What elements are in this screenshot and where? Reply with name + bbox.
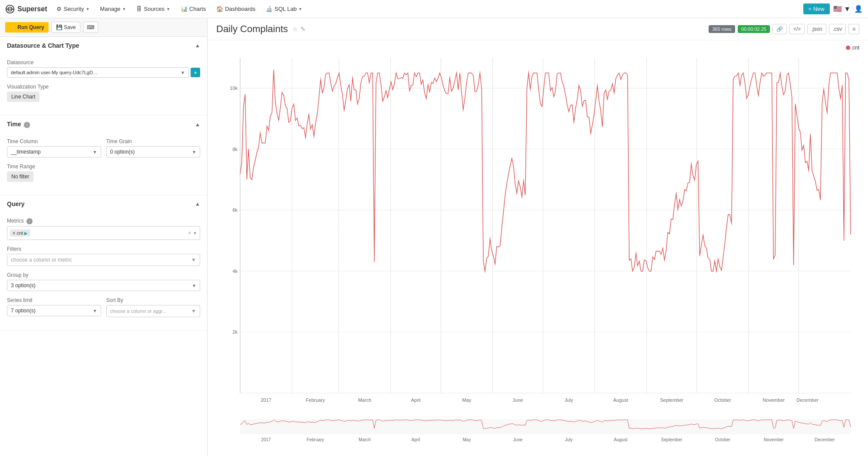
time-section-header[interactable]: Time i ▲ <box>0 115 207 133</box>
code-button[interactable]: </> <box>789 24 805 34</box>
groupby-caret-icon: ▼ <box>192 283 196 288</box>
more-button[interactable]: ≡ <box>848 24 859 34</box>
security-caret-icon: ▼ <box>86 7 89 11</box>
chart-header-right: 365 rows 00:00:02.25 🔗 </> .json .csv ≡ <box>709 24 859 34</box>
metrics-clear-icon[interactable]: × <box>188 230 191 236</box>
link-button[interactable]: 🔗 <box>772 24 787 34</box>
sort-by-placeholder: choose a column or aggr... <box>110 308 167 314</box>
nav-sqllab[interactable]: 🔬 SQL Lab ▼ <box>261 0 307 18</box>
time-grain-label: Time Grain <box>106 138 201 144</box>
viz-type-field: Visualization Type Line Chart <box>7 84 200 102</box>
chart-container: cnt <box>208 40 868 456</box>
datasource-section-header[interactable]: Datasource & Chart Type ▲ <box>0 37 207 54</box>
time-grain-field: Time Grain 0 option(s) ▼ <box>106 138 201 157</box>
time-range-button[interactable]: No filter <box>7 171 33 182</box>
time-column-caret-icon: ▼ <box>93 150 97 154</box>
tag-label: cnt <box>17 230 23 236</box>
mini-chart-canvas <box>216 417 859 447</box>
viz-type-button[interactable]: Line Chart <box>7 92 40 102</box>
nav-charts[interactable]: 📊 Charts <box>176 0 210 18</box>
series-limit-select[interactable]: 7 option(s) ▼ <box>7 305 101 316</box>
time-column-grain-row: Time Column __timestamp ▼ Time Grain 0 o… <box>7 138 200 164</box>
time-section-body: Time Column __timestamp ▼ Time Grain 0 o… <box>0 133 207 195</box>
datasource-section: Datasource & Chart Type ▲ Datasource def… <box>0 37 207 115</box>
filters-label: Filters <box>7 246 200 252</box>
nav-manage[interactable]: Manage ▼ <box>96 0 130 18</box>
datasource-section-body: Datasource default.admin user-My query-U… <box>0 54 207 115</box>
datasource-value: default.admin user-My query-Udc7LgDO- <box>11 70 98 75</box>
nav-sources-label: Sources <box>144 6 165 12</box>
time-range-label: Time Range <box>7 164 200 170</box>
chart-title: Daily Complaints <box>216 23 288 35</box>
star-icon[interactable]: ☆ <box>292 26 298 33</box>
nav-manage-label: Manage <box>100 6 120 12</box>
groupby-field: Group by 3 option(s) ▼ <box>7 272 200 291</box>
metrics-tag-cnt[interactable]: × cnt ▶ <box>10 230 30 236</box>
toolbar: ⚡ Run Query 💾 Save ⌨ <box>0 18 207 37</box>
metrics-tag-container[interactable]: × cnt ▶ × ▼ <box>7 226 200 240</box>
sort-by-caret-icon: ▼ <box>191 308 196 314</box>
nav-charts-label: Charts <box>189 6 206 12</box>
user-icon[interactable]: 👤 <box>854 5 863 13</box>
left-panel: ⚡ Run Query 💾 Save ⌨ Datasource & Chart … <box>0 18 208 456</box>
sources-db-icon: 🗄 <box>136 6 142 12</box>
charts-bar-icon: 📊 <box>181 6 188 12</box>
nav-sqllab-label: SQL Lab <box>274 6 297 12</box>
sources-caret-icon: ▼ <box>166 7 170 11</box>
metrics-caret-icon[interactable]: ▼ <box>193 231 197 236</box>
metrics-label: Metrics i <box>7 218 200 224</box>
tag-remove-icon[interactable]: × <box>13 230 15 236</box>
datasource-chevron-icon: ▲ <box>195 43 200 49</box>
series-limit-label: Series limit <box>7 297 101 303</box>
add-datasource-button[interactable]: + <box>191 68 200 77</box>
query-section-header[interactable]: Query ▲ <box>0 195 207 213</box>
save-button[interactable]: 💾 Save <box>51 22 81 33</box>
manage-caret-icon: ▼ <box>122 7 126 11</box>
brand-icon <box>5 4 15 14</box>
brand[interactable]: Superset <box>5 4 47 14</box>
filters-placeholder: choose a column or metric <box>11 257 72 263</box>
nav-sources[interactable]: 🗄 Sources ▼ <box>132 0 175 18</box>
time-info-icon[interactable]: i <box>24 122 30 128</box>
filters-field: Filters choose a column or metric ▼ <box>7 246 200 266</box>
sort-by-select[interactable]: choose a column or aggr... ▼ <box>106 305 201 317</box>
nav-dashboards[interactable]: 🏠 Dashboards <box>212 0 260 18</box>
dashboards-icon: 🏠 <box>216 6 223 12</box>
time-grain-select[interactable]: 0 option(s) ▼ <box>106 146 201 157</box>
nav-security[interactable]: ⚙ Security ▼ <box>52 0 94 18</box>
mini-chart <box>216 417 859 452</box>
time-column-field: Time Column __timestamp ▼ <box>7 138 101 157</box>
rows-badge: 365 rows <box>709 25 735 33</box>
json-button[interactable]: .json <box>807 24 826 34</box>
nav-dashboards-label: Dashboards <box>225 6 255 12</box>
groupby-select[interactable]: 3 option(s) ▼ <box>7 280 200 291</box>
metrics-info-icon[interactable]: i <box>26 218 33 224</box>
query-section-body: Metrics i × cnt ▶ × ▼ Fil <box>0 213 207 330</box>
new-button[interactable]: + New <box>803 3 830 14</box>
metrics-field: Metrics i × cnt ▶ × ▼ <box>7 218 200 240</box>
flag-icon[interactable]: 🇺🇸 ▼ <box>833 5 851 13</box>
right-panel: Daily Complaints ☆ ✎ 365 rows 00:00:02.2… <box>208 18 868 456</box>
time-column-value: __timestamp <box>11 149 41 155</box>
time-grain-caret-icon: ▼ <box>192 150 196 154</box>
edit-icon[interactable]: ✎ <box>300 26 306 33</box>
viz-type-label: Visualization Type <box>7 84 200 90</box>
datasource-select[interactable]: default.admin user-My query-Udc7LgDO- ▼ <box>7 67 189 78</box>
main-chart <box>216 45 859 415</box>
tag-arrow-icon[interactable]: ▶ <box>24 231 28 236</box>
security-gear-icon: ⚙ <box>56 6 62 12</box>
series-sort-row: Series limit 7 option(s) ▼ Sort By choos… <box>7 297 200 323</box>
sqllab-icon: 🔬 <box>266 6 273 12</box>
datasource-field: Datasource default.admin user-My query-U… <box>7 59 200 78</box>
run-query-button[interactable]: ⚡ Run Query <box>5 22 49 33</box>
time-section-title: Time i <box>7 121 30 128</box>
main-layout: ⚡ Run Query 💾 Save ⌨ Datasource & Chart … <box>0 18 868 456</box>
sort-by-field: Sort By choose a column or aggr... ▼ <box>106 297 201 317</box>
main-chart-canvas <box>216 45 859 415</box>
keyboard-button[interactable]: ⌨ <box>83 22 98 33</box>
csv-button[interactable]: .csv <box>829 24 846 34</box>
series-limit-field: Series limit 7 option(s) ▼ <box>7 297 101 317</box>
time-column-select[interactable]: __timestamp ▼ <box>7 146 101 157</box>
filters-select[interactable]: choose a column or metric ▼ <box>7 254 200 266</box>
sqllab-caret-icon: ▼ <box>298 7 302 11</box>
